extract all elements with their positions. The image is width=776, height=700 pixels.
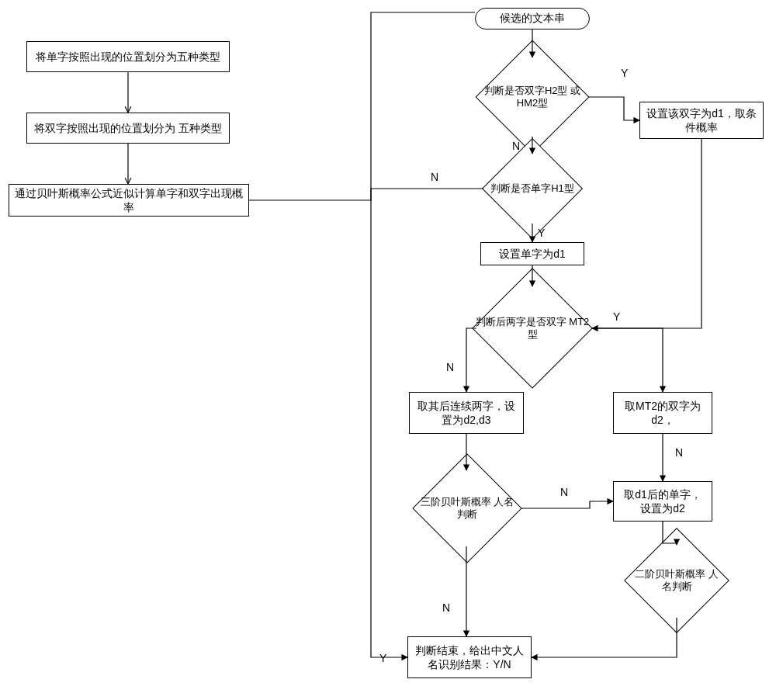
decision-bayes-2: 二阶贝叶斯概率 人名判断 (639, 543, 714, 618)
label-y-d2: Y (538, 227, 545, 239)
process-single-after-d1: 取d1后的单字， 设置为d2 (613, 481, 712, 522)
label-n-d3: N (446, 361, 454, 373)
decision-h2-hm2: 判断是否双字H2型 或HM2型 (492, 57, 573, 137)
label-n-p4: N (675, 446, 683, 459)
start-terminator: 候选的文本串 (475, 8, 590, 29)
process-left-2: 将双字按照出现的位置划分为 五种类型 (26, 113, 230, 144)
label-y-d3: Y (613, 310, 620, 323)
process-set-d1-double: 设置该双字为d1，取条 件概率 (639, 102, 764, 139)
process-mt2-d2: 取MT2的双字为 d2， (613, 392, 712, 434)
process-left-1: 将单字按照出现的位置划分为五种类型 (26, 41, 230, 72)
decision-bayes-3: 三阶贝叶斯概率 人名判断 (428, 470, 506, 547)
decision-mt2: 判断后两字是否双字 MT2型 (490, 286, 575, 371)
process-set-d1-single: 设置单字为d1 (480, 242, 584, 265)
label-n-d4-right: N (560, 486, 568, 498)
process-next-two-chars: 取其后连续两字，设 置为d2,d3 (409, 392, 524, 434)
process-final-result: 判断结束，给出中文人 名识别结果：Y/N (407, 636, 532, 678)
process-left-3: 通过贝叶斯概率公式近似计算单字和双字出现概率 (9, 184, 249, 217)
label-n-d1: N (512, 140, 520, 152)
decision-h1: 判断是否单字H1型 (497, 153, 568, 224)
label-n-d2: N (431, 171, 438, 183)
label-y-d5: Y (379, 652, 386, 664)
label-n-d4-down: N (442, 601, 450, 614)
label-y-d1: Y (621, 67, 628, 79)
